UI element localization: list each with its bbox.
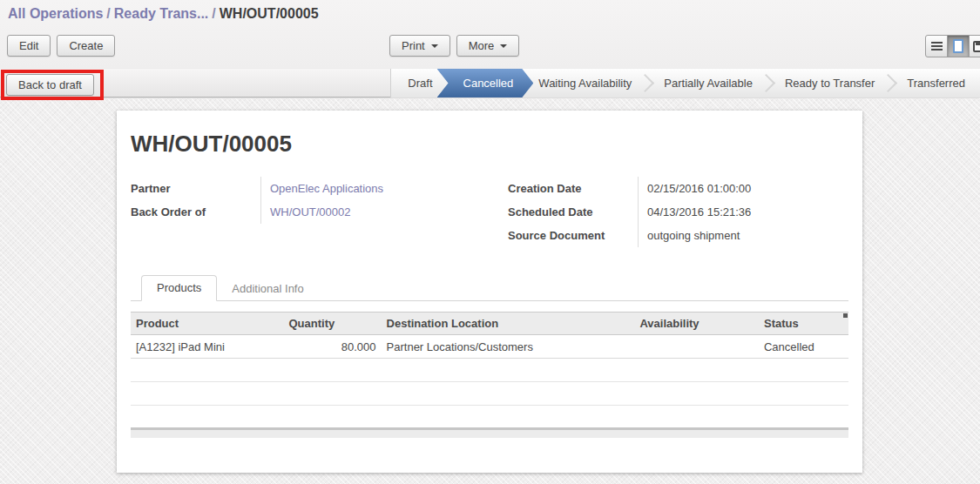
edit-button[interactable]: Edit (7, 35, 51, 57)
statusbar-step-draft[interactable]: Draft (403, 69, 436, 97)
red-highlight-box: Back to draft (1, 70, 104, 100)
list-view-button[interactable] (925, 35, 948, 57)
field-partner: Partner OpenElec Applications (131, 177, 508, 200)
list-view-icon (931, 42, 943, 50)
more-dropdown-button[interactable]: More (456, 35, 520, 57)
horizontal-scrollbar[interactable] (131, 427, 848, 438)
table-header-row: Product Quantity Destination Location Av… (131, 313, 848, 335)
breadcrumb-link-all-operations[interactable]: All Operations (8, 6, 103, 21)
column-header-status[interactable]: Status (759, 313, 848, 335)
breadcrumb-link-ready-transfers[interactable]: Ready Trans... (114, 6, 209, 21)
record-title: WH/OUT/00005 (131, 131, 848, 158)
chevron-right-icon (636, 74, 654, 92)
field-back-order-of: Back Order of WH/OUT/00002 (131, 200, 508, 224)
view-switcher (925, 35, 980, 57)
field-creation-date: Creation Date 02/15/2016 01:00:00 (508, 177, 848, 200)
products-table-area: Product Quantity Destination Location Av… (131, 312, 848, 438)
tab-products[interactable]: Products (141, 275, 217, 301)
source-document-value: outgoing shipment (639, 224, 740, 247)
breadcrumb: All Operations/Ready Trans.../WH/OUT/000… (0, 0, 980, 30)
breadcrumb-separator: / (103, 6, 113, 21)
table-spacer (131, 406, 848, 427)
chevron-right-icon (879, 74, 897, 92)
statusbar-step-waiting-availability[interactable]: Waiting Availability (534, 69, 636, 97)
cell-destination: Partner Locations/Customers (382, 335, 635, 359)
empty-table-row (131, 359, 848, 382)
field-scheduled-date: Scheduled Date 04/13/2016 15:21:36 (508, 200, 848, 224)
field-label: Back Order of (131, 200, 261, 224)
print-label: Print (402, 39, 425, 52)
back-order-link[interactable]: WH/OUT/00002 (261, 200, 350, 224)
field-label: Partner (131, 177, 261, 200)
statusbar-step-cancelled[interactable]: Cancelled (437, 69, 534, 97)
more-label: More (469, 39, 495, 52)
content-background: WH/OUT/00005 Partner OpenElec Applicatio… (0, 98, 980, 484)
column-header-product[interactable]: Product (131, 313, 284, 335)
column-toggle-icon[interactable] (843, 313, 848, 318)
notebook-tabs: Products Additional Info (131, 276, 848, 301)
breadcrumb-current: WH/OUT/00005 (220, 6, 319, 21)
toolbar: Edit Create Print More (0, 30, 980, 69)
status-row: Back to draft Draft Cancelled Waiting Av… (0, 69, 980, 97)
form-view-icon (953, 39, 963, 53)
print-dropdown-button[interactable]: Print (389, 35, 450, 57)
statusbar-step-ready-to-transfer[interactable]: Ready to Transfer (781, 69, 879, 97)
cell-availability (634, 335, 759, 359)
table-row[interactable]: [A1232] iPad Mini 80.000 Partner Locatio… (131, 335, 848, 359)
back-to-draft-button[interactable]: Back to draft (6, 74, 94, 96)
column-header-destination-location[interactable]: Destination Location (382, 313, 635, 335)
cell-status: Cancelled (759, 335, 848, 359)
partner-link[interactable]: OpenElec Applications (261, 177, 383, 200)
create-button[interactable]: Create (57, 35, 115, 57)
empty-table-row (131, 382, 848, 406)
form-sheet: WH/OUT/00005 Partner OpenElec Applicatio… (117, 111, 862, 473)
breadcrumb-separator: / (208, 6, 219, 21)
statusbar-step-partially-available[interactable]: Partially Available (659, 69, 757, 97)
statusbar: Draft Cancelled Waiting Availability Par… (390, 69, 980, 97)
products-table: Product Quantity Destination Location Av… (131, 312, 848, 406)
tab-additional-info[interactable]: Additional Info (217, 277, 318, 300)
calendar-view-button[interactable] (969, 35, 980, 57)
chevron-right-icon (757, 74, 775, 92)
field-groups: Partner OpenElec Applications Back Order… (131, 177, 848, 247)
field-label: Source Document (508, 224, 639, 247)
chevron-down-icon (500, 44, 507, 48)
field-label: Creation Date (508, 177, 639, 200)
chevron-down-icon (431, 44, 438, 48)
column-header-quantity[interactable]: Quantity (284, 313, 382, 335)
statusbar-step-transferred[interactable]: Transferred (902, 69, 970, 97)
form-view-button[interactable] (947, 35, 970, 57)
cell-quantity: 80.000 (284, 335, 382, 359)
cell-product: [A1232] iPad Mini (131, 335, 284, 359)
calendar-view-icon (973, 41, 980, 52)
column-header-availability[interactable]: Availability (634, 313, 759, 335)
field-label: Scheduled Date (508, 200, 639, 224)
field-source-document: Source Document outgoing shipment (508, 224, 848, 247)
creation-date-value: 02/15/2016 01:00:00 (639, 177, 751, 200)
top-header: All Operations/Ready Trans.../WH/OUT/000… (0, 0, 980, 69)
scheduled-date-value: 04/13/2016 15:21:36 (639, 200, 751, 224)
